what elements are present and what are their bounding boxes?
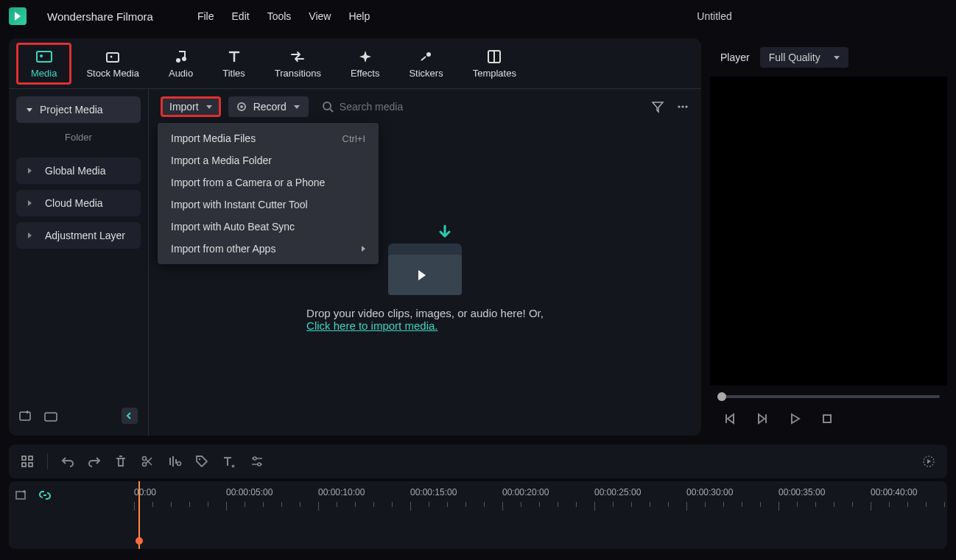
time-ruler[interactable]: 00:0000:00:05:0000:00:10:0000:00:15:0000… (134, 487, 943, 517)
search-field[interactable] (316, 101, 644, 113)
import-link[interactable]: Click here to import media. (306, 319, 437, 332)
tab-transitions[interactable]: Transitions (260, 43, 336, 85)
tab-stickers[interactable]: Stickers (394, 43, 457, 85)
tab-templates[interactable]: Templates (458, 43, 531, 85)
import-button[interactable]: Import (161, 96, 221, 117)
text-tool-icon[interactable] (222, 455, 236, 468)
svg-rect-9 (20, 412, 30, 420)
tag-icon[interactable] (195, 455, 208, 468)
undo-button[interactable] (61, 455, 74, 468)
text-t-icon (226, 49, 242, 65)
delete-button[interactable] (114, 455, 127, 468)
next-frame-button[interactable] (756, 412, 769, 425)
audio-tool-icon[interactable] (167, 455, 182, 468)
app-name: Wondershare Filmora (47, 10, 153, 23)
play-button[interactable] (788, 412, 801, 425)
media-panel: Media Stock Media Audio Titles Transitio… (9, 38, 701, 436)
sparkle-icon (357, 49, 373, 65)
add-track-icon[interactable] (15, 489, 28, 502)
dd-import-camera-phone[interactable]: Import from a Camera or a Phone (158, 171, 379, 194)
tab-stock-media[interactable]: Stock Media (71, 43, 154, 85)
chevron-down-icon (206, 105, 212, 109)
tab-media[interactable]: Media (16, 43, 71, 85)
menu-tools[interactable]: Tools (267, 10, 292, 22)
dd-import-auto-beat[interactable]: Import with Auto Beat Sync (158, 216, 379, 238)
sidebar-label: Cloud Media (45, 197, 103, 209)
split-button[interactable] (141, 455, 154, 468)
sidebar-adjustment-layer[interactable]: Adjustment Layer (16, 222, 141, 249)
sidebar-global-media[interactable]: Global Media (16, 157, 141, 184)
svg-rect-18 (29, 456, 32, 460)
dd-import-instant-cutter[interactable]: Import with Instant Cutter Tool (158, 194, 379, 216)
prev-frame-button[interactable] (723, 412, 737, 425)
tabs-row: Media Stock Media Audio Titles Transitio… (9, 38, 701, 88)
svg-point-1 (40, 54, 43, 57)
dd-label: Import a Media Folder (171, 155, 272, 166)
main-menu: File Edit Tools View Help (197, 10, 370, 22)
redo-button[interactable] (88, 455, 101, 468)
caret-right-icon (28, 200, 35, 206)
menu-file[interactable]: File (197, 10, 214, 22)
sidebar-cloud-media[interactable]: Cloud Media (16, 190, 141, 216)
chevron-down-icon (834, 56, 840, 60)
time-label: 00:00:35:00 (778, 487, 825, 497)
dd-label: Import Media Files (171, 132, 256, 144)
more-icon[interactable] (676, 100, 689, 113)
time-label: 00:00:10:00 (318, 487, 365, 497)
tab-audio[interactable]: Audio (154, 43, 208, 85)
search-input[interactable] (340, 101, 487, 113)
media-sidebar: Project Media Folder Global Media Cloud … (9, 89, 149, 436)
timeline-ruler[interactable]: 00:0000:00:05:0000:00:10:0000:00:15:0000… (9, 481, 947, 549)
render-preview-icon[interactable] (922, 455, 935, 468)
filter-icon[interactable] (651, 100, 664, 113)
tab-label: Effects (351, 68, 380, 79)
svg-point-6 (426, 52, 431, 57)
media-content: Import Record (149, 89, 701, 436)
dd-import-media-files[interactable]: Import Media Files Ctrl+I (158, 127, 379, 149)
dd-label: Import from other Apps (171, 243, 275, 255)
record-label: Record (253, 101, 287, 113)
sidebar-label: Global Media (45, 165, 106, 177)
music-note-icon (173, 49, 189, 65)
preview-viewport (710, 77, 947, 386)
tab-titles[interactable]: Titles (208, 43, 260, 85)
record-button[interactable]: Record (228, 96, 309, 117)
menu-view[interactable]: View (309, 10, 331, 22)
player-panel: Player Full Quality (710, 38, 947, 436)
drop-text: Drop your video clips, images, or audio … (306, 307, 544, 332)
layout-grid-icon[interactable] (21, 455, 34, 468)
seek-thumb[interactable] (717, 392, 726, 401)
menu-help[interactable]: Help (348, 10, 370, 22)
svg-rect-0 (37, 52, 52, 62)
sidebar-project-media[interactable]: Project Media (16, 96, 141, 123)
svg-point-14 (681, 105, 683, 107)
dd-label: Import with Auto Beat Sync (171, 221, 295, 233)
record-dot-icon (237, 102, 246, 111)
quality-value: Full Quality (769, 52, 820, 63)
new-folder-icon[interactable] (19, 409, 32, 422)
svg-point-25 (253, 457, 256, 460)
adjustments-icon[interactable] (250, 455, 264, 468)
svg-point-24 (199, 458, 200, 460)
quality-select[interactable]: Full Quality (760, 47, 848, 68)
dd-import-other-apps[interactable]: Import from other Apps (158, 238, 379, 260)
menu-edit[interactable]: Edit (232, 10, 250, 22)
filmora-logo-icon (13, 11, 23, 21)
tab-label: Titles (222, 68, 245, 79)
title-bar: Wondershare Filmora File Edit Tools View… (0, 0, 956, 32)
caret-right-icon (28, 233, 35, 238)
svg-rect-16 (823, 415, 831, 422)
filmora-mini-icon (415, 269, 429, 282)
svg-point-15 (685, 105, 687, 107)
folder-icon[interactable] (44, 409, 57, 422)
tab-effects[interactable]: Effects (336, 43, 395, 85)
time-label: 00:00:20:00 (502, 487, 549, 497)
stop-button[interactable] (820, 412, 834, 425)
player-label: Player (720, 52, 750, 63)
download-arrow-icon (435, 223, 454, 242)
dd-import-media-folder[interactable]: Import a Media Folder (158, 149, 379, 171)
collapse-sidebar-button[interactable] (122, 408, 138, 424)
folder-heading: Folder (16, 123, 141, 152)
link-icon[interactable] (38, 489, 52, 502)
seek-bar[interactable] (710, 391, 947, 402)
